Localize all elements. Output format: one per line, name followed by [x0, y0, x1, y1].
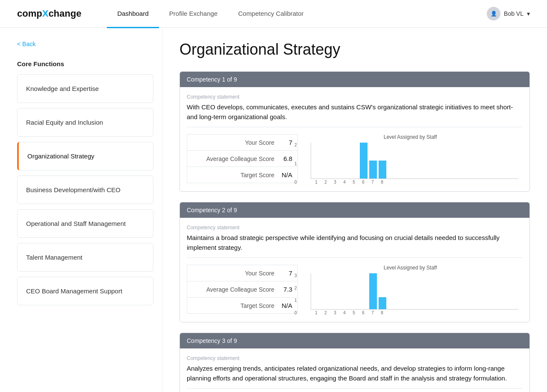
x-axis: 12345678 [311, 179, 518, 184]
y-axis: 3210 [294, 273, 297, 315]
chart-wrapper: 3210 12345678 [302, 273, 518, 315]
x-label: 3 [331, 310, 339, 315]
statement-text: With CEO develops, communicates, execute… [187, 102, 523, 127]
bar-8 [379, 161, 386, 178]
bar-7 [369, 161, 377, 178]
sidebar-item-racial-equity[interactable]: Racial Equity and Inclusion [17, 108, 153, 137]
x-label: 7 [369, 310, 376, 315]
x-axis: 12345678 [311, 310, 518, 315]
competency-header: Competency 3 of 9 [180, 333, 529, 348]
x-label: 2 [322, 180, 329, 184]
x-label: 6 [359, 310, 367, 315]
target-score-label: Target Score [192, 172, 279, 178]
x-label: 6 [359, 180, 367, 184]
chart-title: Level Assigned by Staff [302, 265, 518, 271]
competency-body: Competency statement Analyzes emerging t… [180, 348, 529, 392]
x-label: 8 [378, 180, 386, 184]
avg-score-row: Average Colleague Score 7.3 [187, 281, 298, 297]
competency-header: Competency 1 of 9 [180, 72, 529, 87]
avatar: 👤 [487, 7, 500, 20]
main-content: Organizational Strategy Competency 1 of … [162, 28, 547, 392]
competency-header: Competency 2 of 9 [180, 202, 529, 218]
nav-dashboard[interactable]: Dashboard [107, 0, 159, 28]
nav-profile-exchange[interactable]: Profile Exchange [159, 0, 228, 28]
page-title: Organizational Strategy [179, 41, 530, 59]
your-score-row: Your Score 7 [187, 134, 298, 150]
competency-body: Competency statement With CEO develops, … [180, 87, 529, 191]
competency-cards: Competency 1 of 9 Competency statement W… [179, 71, 530, 392]
avg-score-label: Average Colleague Score [192, 286, 279, 293]
target-score-value: N/A [279, 171, 292, 178]
bar-7 [369, 273, 377, 309]
nav: Dashboard Profile Exchange Competency Ca… [107, 0, 314, 28]
user-name: Bob VL [504, 10, 523, 17]
your-score-value: 7 [279, 269, 292, 277]
chart-area: Level Assigned by Staff 3210 12345678 [298, 265, 523, 315]
user-menu[interactable]: 👤 Bob VL ▾ [487, 7, 530, 20]
avg-score-value: 7.3 [279, 286, 292, 293]
competency-card-2: Competency 2 of 9 Competency statement M… [179, 202, 530, 322]
statement-label: Competency statement [187, 225, 523, 231]
header: compXchange Dashboard Profile Exchange C… [0, 0, 547, 28]
x-label: 4 [341, 310, 348, 315]
avg-score-row: Average Colleague Score 6.8 [187, 150, 298, 167]
x-label: 7 [369, 180, 376, 184]
scores-chart-row: Your Score 7 Average Colleague Score 6.8… [187, 134, 523, 184]
back-link[interactable]: < Back [17, 41, 153, 47]
y-axis: 210 [294, 143, 297, 184]
statement-label: Competency statement [187, 94, 523, 100]
your-score-row: Your Score 7 [187, 265, 298, 281]
x-label: 5 [350, 180, 358, 184]
nav-competency-calibrator[interactable]: Competency Calibrator [228, 0, 314, 28]
target-score-value: N/A [279, 302, 292, 309]
x-label: 8 [378, 310, 386, 315]
x-label: 1 [312, 310, 320, 315]
sidebar-item-org-strategy[interactable]: Organizational Strategy [17, 142, 153, 170]
chevron-down-icon: ▾ [527, 10, 530, 17]
bars-container [311, 273, 518, 310]
sidebar-item-business-dev[interactable]: Business Development/with CEO [17, 176, 153, 204]
bars-container [311, 143, 518, 179]
chart-title: Level Assigned by Staff [302, 134, 518, 140]
target-score-label: Target Score [192, 302, 279, 309]
statement-text: Maintains a broad strategic perspective … [187, 233, 523, 258]
x-label: 1 [312, 180, 320, 184]
sidebar-item-operational[interactable]: Operational and Staff Management [17, 209, 153, 238]
scores-table: Your Score 7 Average Colleague Score 6.8… [187, 134, 298, 183]
target-score-row: Target Score N/A [187, 297, 298, 314]
avg-score-label: Average Colleague Score [192, 155, 279, 162]
your-score-value: 7 [279, 139, 292, 146]
bar-8 [379, 297, 386, 309]
your-score-label: Your Score [192, 139, 279, 146]
sidebar: < Back Core Functions Knowledge and Expe… [0, 28, 162, 392]
page-body: < Back Core Functions Knowledge and Expe… [0, 28, 547, 392]
your-score-label: Your Score [192, 270, 279, 277]
competency-card-3: Competency 3 of 9 Competency statement A… [179, 333, 530, 392]
competency-card-1: Competency 1 of 9 Competency statement W… [179, 71, 530, 192]
chart-area: Level Assigned by Staff 210 12345678 [298, 134, 523, 184]
scores-table: Your Score 7 Average Colleague Score 7.3… [187, 265, 298, 314]
sidebar-item-knowledge[interactable]: Knowledge and Expertise [17, 74, 153, 103]
statement-label: Competency statement [187, 355, 523, 361]
statement-text: Analyzes emerging trends, anticipates re… [187, 364, 523, 389]
bar-6 [360, 143, 368, 178]
x-label: 2 [322, 310, 329, 315]
x-label: 5 [350, 310, 358, 315]
logo: compXchange [17, 8, 81, 19]
core-functions-label: Core Functions [17, 60, 153, 67]
x-label: 4 [341, 180, 348, 184]
x-label: 3 [331, 180, 339, 184]
sidebar-item-ceo-board[interactable]: CEO Board Management Support [17, 277, 153, 305]
target-score-row: Target Score N/A [187, 167, 298, 183]
scores-chart-row: Your Score 7 Average Colleague Score 7.3… [187, 265, 523, 315]
competency-body: Competency statement Maintains a broad s… [180, 218, 529, 322]
avg-score-value: 6.8 [279, 155, 292, 162]
sidebar-item-talent[interactable]: Talent Management [17, 243, 153, 272]
chart-wrapper: 210 12345678 [302, 143, 518, 184]
